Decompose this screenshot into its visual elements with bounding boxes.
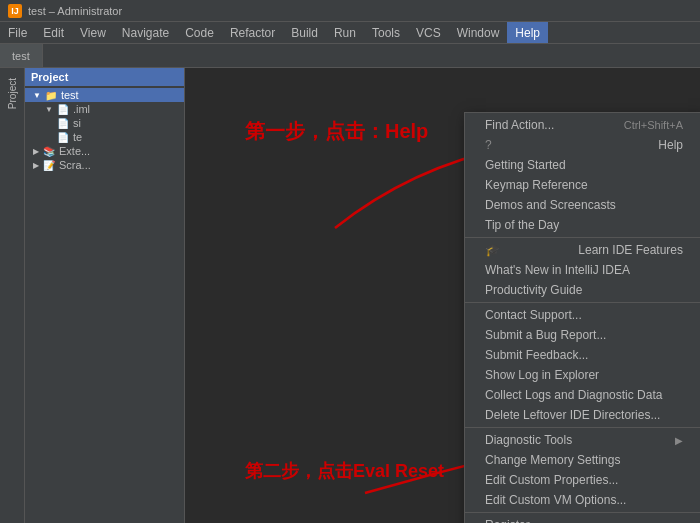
tree-item-si[interactable]: 📄 si — [25, 116, 184, 130]
sidebar: Project — [0, 68, 25, 523]
project-tree: ▼ 📁 test ▼ 📄 .iml 📄 si 📄 te ▶ 📚 Exte... — [25, 86, 184, 174]
menu-run[interactable]: Run — [326, 22, 364, 43]
menu-tools[interactable]: Tools — [364, 22, 408, 43]
menu-diagnostic-tools[interactable]: Diagnostic Tools ▶ — [465, 430, 700, 450]
menu-edit-custom-vm[interactable]: Edit Custom VM Options... — [465, 490, 700, 510]
menu-window[interactable]: Window — [449, 22, 508, 43]
tree-item-label-scr: Scra... — [59, 159, 91, 171]
menu-file[interactable]: File — [0, 22, 35, 43]
menu-productivity-guide[interactable]: Productivity Guide — [465, 280, 700, 300]
menu-edit-custom-props[interactable]: Edit Custom Properties... — [465, 470, 700, 490]
menu-show-log-explorer[interactable]: Show Log in Explorer — [465, 365, 700, 385]
question-icon: ? — [485, 138, 492, 152]
tree-item-label-si: si — [73, 117, 81, 129]
expand-arrow-iml: ▼ — [45, 105, 53, 114]
menu-edit[interactable]: Edit — [35, 22, 72, 43]
tab-bar: test — [0, 44, 700, 68]
menu-refactor[interactable]: Refactor — [222, 22, 283, 43]
menu-bar: File Edit View Navigate Code Refactor Bu… — [0, 22, 700, 44]
help-dropdown-menu: Find Action... Ctrl+Shift+A ? Help Getti… — [464, 112, 700, 523]
menu-demos-screencasts[interactable]: Demos and Screencasts — [465, 195, 700, 215]
title-bar-text: test – Administrator — [28, 5, 122, 17]
menu-whats-new[interactable]: What's New in IntelliJ IDEA — [465, 260, 700, 280]
menu-code[interactable]: Code — [177, 22, 222, 43]
menu-navigate[interactable]: Navigate — [114, 22, 177, 43]
graduation-icon: 🎓 — [485, 243, 500, 257]
menu-keymap-reference[interactable]: Keymap Reference — [465, 175, 700, 195]
tree-item-label-te: te — [73, 131, 82, 143]
title-bar: IJ test – Administrator — [0, 0, 700, 22]
file-icon-iml: 📄 — [57, 104, 69, 115]
tree-item-label-iml: .iml — [73, 103, 90, 115]
app-icon: IJ — [8, 4, 22, 18]
menu-vcs[interactable]: VCS — [408, 22, 449, 43]
menu-delete-leftover[interactable]: Delete Leftover IDE Directories... — [465, 405, 700, 425]
menu-tip-of-day[interactable]: Tip of the Day — [465, 215, 700, 235]
menu-change-memory[interactable]: Change Memory Settings — [465, 450, 700, 470]
file-icon-si: 📄 — [57, 118, 69, 129]
menu-submit-bug[interactable]: Submit a Bug Report... — [465, 325, 700, 345]
separator-2 — [465, 302, 700, 303]
sidebar-project-label[interactable]: Project — [7, 72, 18, 115]
main-area: Project Project ▼ 📁 test ▼ 📄 .iml 📄 si 📄… — [0, 68, 700, 523]
tree-item-label: test — [61, 89, 79, 101]
menu-find-action[interactable]: Find Action... Ctrl+Shift+A — [465, 115, 700, 135]
separator-3 — [465, 427, 700, 428]
project-panel: Project ▼ 📁 test ▼ 📄 .iml 📄 si 📄 te ▶ — [25, 68, 185, 523]
menu-help[interactable]: Help — [507, 22, 548, 43]
scratch-icon: 📝 — [43, 160, 55, 171]
menu-learn-ide[interactable]: 🎓 Learn IDE Features — [465, 240, 700, 260]
menu-collect-logs[interactable]: Collect Logs and Diagnostic Data — [465, 385, 700, 405]
tree-item-te[interactable]: 📄 te — [25, 130, 184, 144]
folder-icon: 📁 — [45, 90, 57, 101]
tab-test[interactable]: test — [0, 44, 43, 67]
tree-item-iml[interactable]: ▼ 📄 .iml — [25, 102, 184, 116]
menu-build[interactable]: Build — [283, 22, 326, 43]
menu-contact-support[interactable]: Contact Support... — [465, 305, 700, 325]
annotation-step2: 第二步，点击Eval Reset — [245, 459, 444, 483]
menu-view[interactable]: View — [72, 22, 114, 43]
shortcut-find-action: Ctrl+Shift+A — [624, 119, 683, 131]
expand-arrow-scr: ▶ — [33, 161, 39, 170]
menu-register[interactable]: Register... — [465, 515, 700, 523]
separator-1 — [465, 237, 700, 238]
annotation-step1: 第一步，点击：Help — [245, 118, 428, 145]
menu-getting-started[interactable]: Getting Started — [465, 155, 700, 175]
menu-submit-feedback[interactable]: Submit Feedback... — [465, 345, 700, 365]
expand-arrow-ext: ▶ — [33, 147, 39, 156]
tree-item-label-ext: Exte... — [59, 145, 90, 157]
expand-arrow: ▼ — [33, 91, 41, 100]
separator-4 — [465, 512, 700, 513]
file-icon-te: 📄 — [57, 132, 69, 143]
project-header: Project — [25, 68, 184, 86]
menu-help-item[interactable]: ? Help — [465, 135, 700, 155]
library-icon: 📚 — [43, 146, 55, 157]
submenu-arrow-icon: ▶ — [675, 435, 683, 446]
tree-item-test[interactable]: ▼ 📁 test — [25, 88, 184, 102]
tree-item-external[interactable]: ▶ 📚 Exte... — [25, 144, 184, 158]
tree-item-scratch[interactable]: ▶ 📝 Scra... — [25, 158, 184, 172]
